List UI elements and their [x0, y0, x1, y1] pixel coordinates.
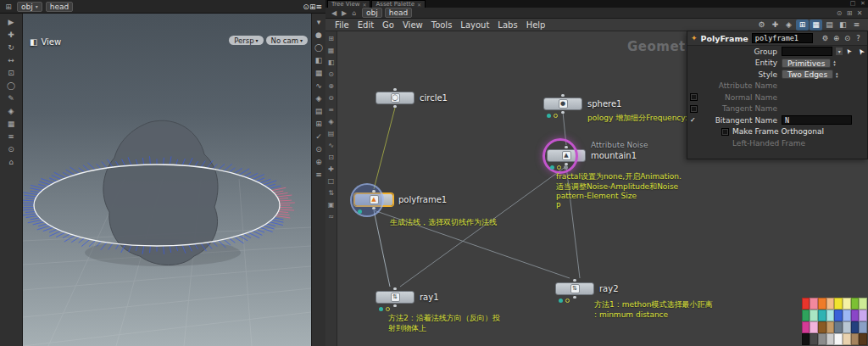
normals-display-icon[interactable]: ∿: [312, 80, 326, 92]
palette-swatch[interactable]: [802, 298, 810, 310]
param-gear-icon[interactable]: ⚙: [820, 34, 831, 42]
camera-display-icon[interactable]: ⊕: [312, 156, 326, 168]
zoom-out-icon[interactable]: ⊖: [326, 92, 337, 103]
close-tab-icon[interactable]: ✕: [417, 2, 421, 8]
pin-icon[interactable]: ⊙: [834, 9, 844, 17]
forward-icon[interactable]: ▶: [339, 9, 349, 17]
menu-go[interactable]: Go: [378, 20, 398, 30]
wireframe-mode-icon[interactable]: ◯: [312, 42, 326, 53]
link-icon[interactable]: ⊙: [303, 3, 309, 11]
group-select-arrow-icon[interactable]: ➤: [844, 47, 854, 56]
palette-swatch[interactable]: [818, 333, 826, 345]
param-pin-icon[interactable]: ⊙: [842, 34, 853, 42]
palette-swatch[interactable]: [859, 321, 867, 333]
display-flag-icon[interactable]: [358, 209, 362, 214]
tools-icon[interactable]: ⚙: [755, 20, 768, 31]
palette-swatch[interactable]: [834, 298, 843, 310]
display-flag-icon[interactable]: [379, 307, 383, 311]
template-flag-icon[interactable]: [564, 165, 568, 170]
sticky-note-icon[interactable]: ▤: [326, 128, 337, 139]
palette-swatch[interactable]: [818, 298, 826, 310]
palette-swatch[interactable]: [843, 298, 851, 310]
bypass-flag-icon[interactable]: [386, 307, 390, 311]
path-context-chip[interactable]: obj: [362, 8, 382, 18]
display-flag-icon[interactable]: [547, 114, 551, 118]
palette-swatch[interactable]: [834, 310, 843, 321]
display-flag-icon[interactable]: [559, 299, 563, 303]
wire-polyframe1-ray1[interactable]: [374, 210, 390, 287]
visibility-check-icon[interactable]: ✓: [312, 131, 326, 142]
palette-swatch[interactable]: [843, 333, 851, 345]
wire-circle1-polyframe1[interactable]: [374, 108, 395, 189]
panel-menu-icon[interactable]: ≡: [850, 20, 863, 31]
close-tab-icon[interactable]: ✕: [362, 2, 366, 8]
palette-swatch[interactable]: [810, 298, 818, 310]
node-ray2[interactable]: ⇅ ray2 方法1：methon模式选择最小距离 : minmum dista…: [555, 282, 594, 295]
palette-swatch[interactable]: [851, 321, 860, 333]
ruler-display-icon[interactable]: ≡: [312, 169, 326, 181]
close-pane-icon[interactable]: ✕: [858, 0, 868, 8]
camera-select-button[interactable]: No cam ▾: [266, 36, 308, 45]
path-node-chip[interactable]: head: [385, 8, 412, 18]
grid-toggle-icon[interactable]: ⊞: [796, 20, 809, 31]
shaded-mode-icon[interactable]: ●: [312, 29, 326, 41]
wire-style-icon[interactable]: ∿: [326, 140, 337, 151]
color-palette-icon[interactable]: ▦: [326, 45, 337, 56]
home-icon[interactable]: ⌂: [349, 9, 359, 17]
tangent-name-checkbox[interactable]: [690, 105, 698, 113]
select-tool-icon[interactable]: ▶: [0, 16, 22, 28]
node-path-chip[interactable]: head: [46, 2, 73, 12]
snap-display-icon[interactable]: ◈: [312, 92, 326, 104]
pane-menu-icon[interactable]: ≡: [315, 3, 322, 11]
palette-swatch[interactable]: [851, 298, 860, 310]
menu-file[interactable]: File: [331, 20, 353, 30]
split-icon[interactable]: ◧: [837, 20, 849, 31]
palette-swatch[interactable]: [834, 333, 843, 345]
palette-swatch[interactable]: [851, 333, 860, 345]
palette-swatch[interactable]: [826, 310, 835, 321]
palette-swatch[interactable]: [834, 321, 843, 333]
node-sphere1[interactable]: ● sphere1 pology 增加细分Frequency:50: [543, 98, 582, 110]
palette-swatch[interactable]: [818, 321, 826, 333]
close-icon[interactable]: ✕: [854, 9, 865, 17]
palette-swatch[interactable]: [859, 310, 867, 321]
viewport-3d[interactable]: ◧ View Persp ▾ No cam ▾: [23, 14, 311, 346]
measure-tool-icon[interactable]: ≡: [0, 131, 22, 142]
palette-swatch[interactable]: [810, 333, 818, 345]
bypass-flag-icon[interactable]: [557, 165, 561, 170]
palette-swatch[interactable]: [851, 310, 860, 321]
template-icon[interactable]: ▤: [823, 20, 836, 31]
menu-labs[interactable]: Labs: [493, 20, 521, 30]
pane-split-icon[interactable]: ⊞: [309, 3, 316, 11]
maximize-icon[interactable]: ⊞: [844, 9, 854, 17]
palette-swatch[interactable]: [843, 310, 851, 321]
palette-swatch[interactable]: [802, 333, 810, 345]
display-options-icon[interactable]: ▾: [312, 16, 326, 28]
palette-swatch[interactable]: [802, 310, 810, 321]
float-pane-icon[interactable]: □: [848, 0, 858, 8]
bypass-flag-icon[interactable]: [565, 299, 570, 303]
layout-nodes-icon[interactable]: ≡: [326, 104, 337, 115]
scale-tool-icon[interactable]: ↔: [0, 54, 22, 66]
node-name-field[interactable]: [752, 33, 813, 43]
node-ray1[interactable]: ⇅ ray1 方法2：沿着法线方向（反向）投 射到物体上: [376, 291, 415, 304]
back-icon[interactable]: ◀: [329, 9, 339, 17]
group-dropdown-icon[interactable]: ▾: [835, 47, 843, 56]
shape-palette-icon[interactable]: ◧: [326, 57, 337, 68]
palette-swatch[interactable]: [843, 321, 851, 333]
brush-select-icon[interactable]: ✎: [0, 92, 22, 104]
palette-swatch[interactable]: [818, 310, 826, 321]
template-display-icon[interactable]: ▤: [312, 105, 326, 117]
normal-name-checkbox[interactable]: [690, 93, 698, 101]
palette-swatch[interactable]: [826, 333, 835, 345]
palette-swatch[interactable]: [826, 298, 835, 310]
param-zoom-icon[interactable]: ⊕: [831, 34, 842, 42]
menu-layout[interactable]: Layout: [456, 20, 493, 30]
palette-swatch[interactable]: [810, 321, 818, 333]
network-overview-icon[interactable]: ⊞: [326, 33, 337, 44]
pane-grid-icon[interactable]: ⊞: [3, 3, 14, 11]
snap-tool-icon[interactable]: ◈: [0, 105, 22, 117]
divide-display-icon[interactable]: ⊞: [312, 118, 326, 130]
rotate-tool-icon[interactable]: ↻: [0, 42, 22, 53]
make-frame-orthogonal-checkbox[interactable]: [721, 128, 729, 136]
